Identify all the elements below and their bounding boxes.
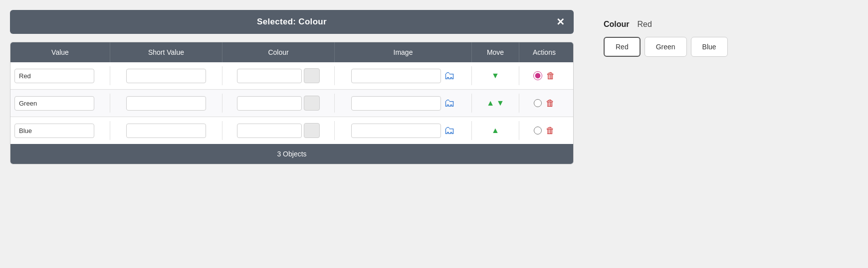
cell-colour-green (222, 94, 335, 113)
move-cell-inner-red (491, 72, 499, 80)
table-header: Value Short Value Colour Image Move Acti… (10, 42, 573, 62)
cell-short-value-blue (110, 121, 222, 140)
colour-btn-red[interactable]: Red (604, 37, 641, 57)
value-input-green[interactable] (14, 96, 94, 111)
right-panel: Colour Red Red Green Blue (604, 10, 753, 57)
colour-buttons: Red Green Blue (604, 37, 753, 57)
image-cell-inner-green: 🗂 (351, 96, 455, 111)
delete-icon-red[interactable]: 🗑 (546, 71, 555, 81)
table-footer: 3 Objects (10, 144, 573, 164)
table-row: 🗂 🗑 (10, 117, 573, 144)
col-header-move: Move (472, 42, 519, 62)
cell-value-red (10, 66, 110, 85)
colour-cell-inner-red (237, 68, 320, 83)
value-input-blue[interactable] (14, 124, 94, 138)
image-input-red[interactable] (351, 69, 441, 83)
actions-cell-inner-green: 🗑 (534, 98, 555, 109)
col-header-actions: Actions (519, 42, 569, 62)
actions-cell-inner-red: 🗑 (533, 71, 555, 81)
cell-colour-blue (222, 121, 335, 140)
title-text: Selected: Colour (257, 17, 327, 27)
close-button[interactable]: ✕ (556, 17, 565, 27)
colour-swatch-blue[interactable] (304, 123, 320, 138)
colour-label-row: Colour Red (604, 20, 753, 29)
col-header-value: Value (10, 42, 110, 62)
cell-value-green (10, 94, 110, 113)
table-body: 🗂 🗑 (10, 62, 573, 144)
short-value-input-red[interactable] (126, 69, 206, 83)
folder-icon-green[interactable]: 🗂 (444, 98, 455, 109)
table-row: 🗂 🗑 (10, 90, 573, 117)
actions-cell-inner-blue: 🗑 (534, 126, 555, 136)
move-cell-inner-green (486, 99, 504, 107)
table-container: Value Short Value Colour Image Move Acti… (10, 42, 574, 164)
cell-colour-red (222, 66, 335, 85)
image-input-green[interactable] (351, 96, 441, 111)
table-row: 🗂 🗑 (10, 62, 573, 90)
cell-move-green (472, 94, 519, 113)
value-input-red[interactable] (14, 69, 94, 83)
delete-icon-blue[interactable]: 🗑 (546, 126, 555, 136)
cell-move-red (472, 66, 519, 85)
image-input-blue[interactable] (351, 124, 441, 138)
cell-actions-green: 🗑 (519, 94, 569, 113)
col-header-short-value: Short Value (110, 42, 222, 62)
arrow-up-green[interactable] (486, 99, 494, 107)
short-value-input-blue[interactable] (126, 124, 206, 138)
arrow-down-green[interactable] (496, 99, 504, 107)
image-cell-inner-blue: 🗂 (351, 124, 455, 138)
colour-cell-inner-green (237, 96, 320, 111)
title-bar: Selected: Colour ✕ (10, 10, 574, 34)
delete-icon-green[interactable]: 🗑 (546, 98, 555, 109)
short-value-input-green[interactable] (126, 96, 206, 111)
radio-green[interactable] (534, 99, 542, 107)
cell-image-red: 🗂 (335, 66, 472, 85)
arrow-up-blue[interactable] (491, 127, 499, 134)
folder-icon-red[interactable]: 🗂 (444, 70, 455, 81)
colour-label: Colour (604, 20, 630, 29)
cell-image-green: 🗂 (335, 94, 472, 113)
move-cell-inner-blue (491, 127, 499, 134)
colour-swatch-green[interactable] (304, 96, 320, 111)
cell-short-value-green (110, 94, 222, 113)
colour-text-input-blue[interactable] (237, 124, 302, 138)
colour-value: Red (638, 20, 652, 29)
left-panel: Selected: Colour ✕ Value Short Value Col… (10, 10, 574, 164)
footer-text: 3 Objects (277, 150, 306, 158)
cell-actions-blue: 🗑 (519, 121, 569, 140)
col-header-image: Image (335, 42, 472, 62)
arrow-down-red[interactable] (491, 72, 499, 80)
colour-btn-green[interactable]: Green (645, 37, 687, 57)
cell-actions-red: 🗑 (519, 66, 569, 85)
cell-short-value-red (110, 66, 222, 85)
col-header-colour: Colour (222, 42, 335, 62)
radio-blue[interactable] (534, 127, 542, 134)
folder-icon-blue[interactable]: 🗂 (444, 125, 455, 136)
cell-value-blue (10, 121, 110, 140)
colour-cell-inner-blue (237, 123, 320, 138)
colour-text-input-green[interactable] (237, 96, 302, 111)
cell-image-blue: 🗂 (335, 121, 472, 140)
colour-text-input-red[interactable] (237, 69, 302, 83)
image-cell-inner-red: 🗂 (351, 69, 455, 83)
colour-swatch-red[interactable] (304, 68, 320, 83)
radio-red[interactable] (533, 71, 542, 80)
cell-move-blue (472, 121, 519, 140)
colour-btn-blue[interactable]: Blue (691, 37, 728, 57)
